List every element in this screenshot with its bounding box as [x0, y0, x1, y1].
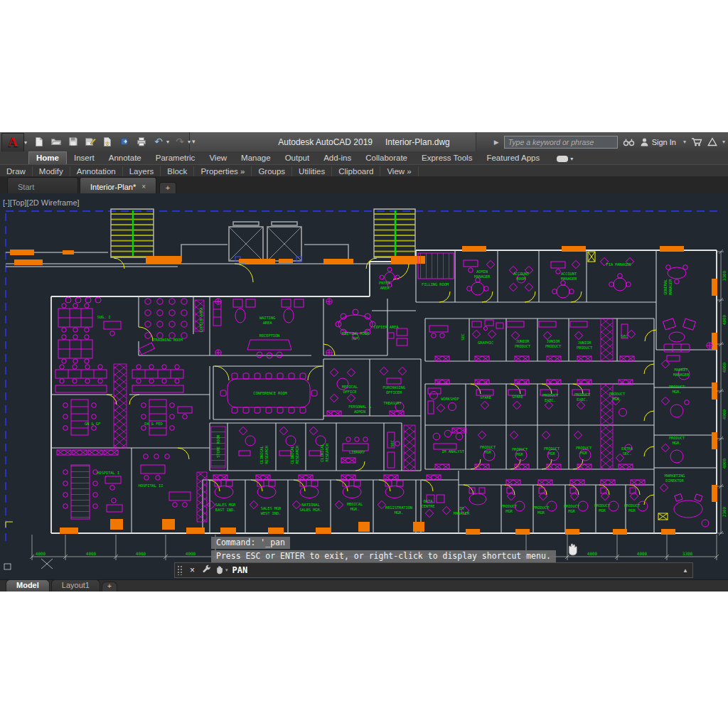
- new-layout-button[interactable]: +: [102, 582, 117, 592]
- ribbon-tab-view[interactable]: View: [202, 152, 234, 164]
- undo-caret-icon[interactable]: ▾: [166, 139, 169, 145]
- transfer-icon[interactable]: [118, 135, 131, 148]
- ribbon-tab-manage[interactable]: Manage: [234, 152, 278, 164]
- room-label: GRAPHIC: [478, 341, 493, 345]
- redo-caret-icon[interactable]: ▾: [188, 139, 191, 145]
- ribbon-tab-home[interactable]: Home: [28, 151, 67, 164]
- ribbon-tab-insert[interactable]: Insert: [67, 152, 102, 164]
- ribbon-tab-parametric[interactable]: Parametric: [149, 152, 203, 164]
- room-label: TREASURY: [383, 401, 402, 405]
- new-drawing-tab-button[interactable]: +: [159, 182, 176, 193]
- ribbon-panel-block[interactable]: Block: [161, 166, 194, 176]
- exchange-caret-icon[interactable]: ▾: [722, 139, 725, 145]
- floor-plan: SUG. ITRAINING ROOMCOPIER AREAWAITINGARE…: [0, 193, 728, 579]
- room-label: MEDICALMGR.: [347, 502, 363, 511]
- application-menu-button[interactable]: A: [1, 133, 24, 152]
- dimension-label: 4000: [722, 314, 727, 325]
- layout-tab-model[interactable]: Model: [6, 579, 50, 592]
- room-label: DATACENTRE: [421, 499, 435, 508]
- ribbon-panel-draw[interactable]: Draw: [0, 166, 33, 176]
- room-label: CLINICALRESEARCH: [259, 445, 269, 464]
- ribbon-panel-view[interactable]: View »: [380, 166, 418, 176]
- dimension-label: 4000: [722, 409, 727, 419]
- ribbon-panel-groups[interactable]: Groups: [252, 166, 292, 176]
- exchange-apps-icon[interactable]: [707, 137, 717, 146]
- search-input[interactable]: [504, 136, 618, 149]
- search-binoculars-icon[interactable]: [623, 137, 635, 146]
- active-command-text[interactable]: PAN: [232, 565, 248, 575]
- command-history-toggle-icon[interactable]: ▲: [682, 567, 692, 574]
- room-label: FIA MANAGER: [606, 262, 632, 267]
- room-label: SEC: [461, 333, 465, 341]
- file-tab-interior-plan-[interactable]: Interior-Plan*×: [80, 177, 156, 193]
- drawing-canvas[interactable]: [-][Top][2D Wireframe]: [0, 193, 728, 579]
- ribbon-panel-modify[interactable]: Modify: [33, 166, 70, 176]
- room-label: IMMANAGER: [454, 506, 470, 515]
- room-label: COPIER AREA: [374, 325, 400, 329]
- viewport-controls[interactable]: [-][Top][2D Wireframe]: [3, 198, 80, 207]
- open-folder-icon[interactable]: [50, 135, 63, 148]
- stairwell-left: [111, 209, 154, 257]
- layout-tab-layout1[interactable]: Layout1: [51, 579, 100, 592]
- command-history: Command: '_panPress ESC or ENTER to exit…: [211, 537, 556, 564]
- sign-in-button[interactable]: Sign In ▾: [640, 137, 686, 146]
- dimension-label: 4000: [637, 551, 648, 556]
- ribbon-tab-add-ins[interactable]: Add-ins: [316, 152, 358, 164]
- room-label: SUG. I: [97, 315, 110, 319]
- print-icon[interactable]: [135, 135, 148, 148]
- ribbon-toggle-icon[interactable]: [557, 156, 568, 162]
- qat-customize-caret-icon[interactable]: ▾: [192, 138, 196, 145]
- site-boundary: [6, 211, 718, 542]
- infocenter: ▶ Sign In ▾ ▾: [494, 134, 725, 149]
- room-label: SEC: [621, 334, 628, 338]
- ribbon-tab-featured-apps[interactable]: Featured Apps: [479, 152, 547, 164]
- ribbon-panel-layers[interactable]: Layers: [123, 166, 161, 176]
- command-line-bar[interactable]: × ▾ PAN ▲: [174, 562, 693, 578]
- ribbon-tab-annotate[interactable]: Annotate: [102, 152, 149, 164]
- ribbon-panel-row: DrawModifyAnnotationLayersBlockPropertie…: [0, 164, 728, 177]
- dimension-label: 4000: [36, 551, 46, 556]
- room-label: PRODUCTMGR: [564, 504, 580, 513]
- dimension-label: 4000: [587, 551, 598, 556]
- room-label: SALES MGRWEST IND.: [261, 506, 282, 515]
- ribbon-tab-output[interactable]: Output: [278, 152, 317, 164]
- file-tab-close-icon[interactable]: ×: [141, 183, 146, 191]
- ribbon-panel-utilities[interactable]: Utilities: [292, 166, 332, 176]
- dimension-label: 2300: [722, 506, 727, 517]
- ribbon-panel-clipboard[interactable]: Clipboard: [332, 166, 380, 176]
- redo-icon[interactable]: ↷: [173, 135, 186, 148]
- command-customize-wrench-icon[interactable]: [198, 564, 215, 576]
- command-bar-grip[interactable]: [177, 565, 183, 575]
- ribbon-tab-collaborate[interactable]: Collaborate: [358, 152, 414, 164]
- command-options-caret-icon[interactable]: ▾: [225, 567, 228, 573]
- ribbon-tab-bar: HomeInsertAnnotateParametricViewManageOu…: [0, 151, 728, 164]
- room-label: GENERALMANAGER: [663, 279, 673, 295]
- room-label: REGISTRATIONMGR.: [385, 505, 412, 515]
- room-label: LIBRARY: [349, 450, 365, 454]
- batch-plot-icon[interactable]: [101, 135, 114, 148]
- stairwell-right: [374, 209, 415, 257]
- room-label: SPARE: [512, 395, 524, 399]
- ribbon-display-toggle[interactable]: ▾: [557, 156, 573, 164]
- ribbon-panel-annotation[interactable]: Annotation: [70, 166, 123, 176]
- autocad-window: A ▾ ↶ ▾ ↷ ▾ ▾ Autodesk AutoCAD: [0, 132, 728, 592]
- room-label: PRODUCTMGR: [480, 445, 496, 454]
- room-label: RECEPTION: [259, 333, 280, 338]
- command-close-icon[interactable]: ×: [186, 565, 198, 575]
- save-as-icon[interactable]: [84, 135, 97, 148]
- room-label: WAITINGAREA: [259, 316, 276, 325]
- dimension-label: 3300: [722, 270, 727, 281]
- new-file-icon[interactable]: [33, 135, 46, 148]
- ribbon-tab-express-tools[interactable]: Express Tools: [414, 152, 479, 164]
- room-label: PRODUCTMGR: [544, 446, 560, 456]
- file-tab-start[interactable]: Start: [7, 177, 78, 193]
- ribbon-panel-properties[interactable]: Properties »: [194, 166, 252, 176]
- infocenter-arrow-icon[interactable]: ▶: [494, 139, 499, 146]
- training-chairs: [145, 299, 187, 338]
- save-icon[interactable]: [67, 135, 80, 148]
- application-menu-caret-icon[interactable]: ▾: [24, 139, 27, 146]
- undo-icon[interactable]: ↶: [152, 135, 165, 148]
- room-label: IM ANALYST: [441, 449, 465, 454]
- cart-icon[interactable]: [691, 137, 702, 146]
- ribbon-toggle-caret-icon[interactable]: ▾: [570, 156, 573, 162]
